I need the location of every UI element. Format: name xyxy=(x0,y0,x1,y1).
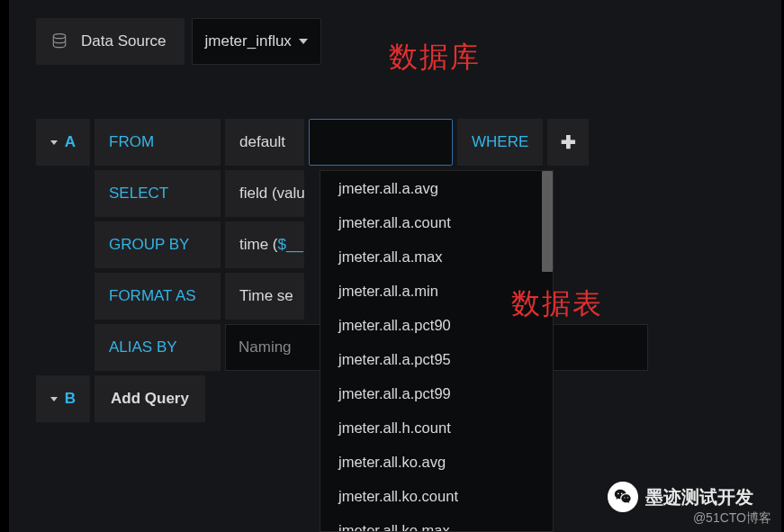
dropdown-item[interactable]: jmeter.all.a.max xyxy=(320,239,553,274)
from-keyword: FROM xyxy=(95,119,221,166)
dropdown-item[interactable]: jmeter.all.a.pct95 xyxy=(320,342,553,376)
caret-down-icon xyxy=(50,397,58,401)
query-letter-b: B xyxy=(65,390,76,408)
dropdown-item[interactable]: jmeter.all.a.count xyxy=(320,205,553,239)
where-keyword[interactable]: WHERE xyxy=(457,119,543,166)
dropdown-item[interactable]: jmeter.all.h.count xyxy=(320,410,553,445)
formatas-value-segment[interactable]: Time se xyxy=(225,273,304,320)
select-keyword: SELECT xyxy=(95,170,221,217)
dropdown-item[interactable]: jmeter.all.a.pct99 xyxy=(320,376,553,410)
caret-down-icon xyxy=(299,39,308,44)
dropdown-item[interactable]: jmeter.all.a.pct90 xyxy=(320,308,553,342)
datasource-label-box: Data Source xyxy=(36,18,185,65)
select-field-segment[interactable]: field (valu xyxy=(225,170,304,217)
from-policy-segment[interactable]: default xyxy=(225,119,304,166)
query-a-toggle[interactable]: A xyxy=(36,119,90,166)
svg-point-0 xyxy=(53,34,65,39)
dropdown-item[interactable]: jmeter.all.ko.max xyxy=(320,513,553,532)
measurement-input[interactable] xyxy=(309,119,453,166)
groupby-time-segment[interactable]: time ($__ xyxy=(225,221,304,268)
formatas-keyword: FORMAT AS xyxy=(95,273,221,320)
query-b-toggle[interactable]: B xyxy=(36,375,90,422)
wechat-badge: 墨迹测试开发 xyxy=(608,482,753,512)
measurement-dropdown[interactable]: jmeter.all.a.avgjmeter.all.a.countjmeter… xyxy=(320,170,554,532)
datasource-label: Data Source xyxy=(81,32,167,50)
datasource-selected-value: jmeter_influx xyxy=(205,32,292,50)
aliasby-keyword: ALIAS BY xyxy=(95,324,221,371)
dropdown-item[interactable]: jmeter.all.ko.avg xyxy=(320,445,553,479)
dropdown-scrollbar[interactable] xyxy=(542,171,553,272)
datasource-select[interactable]: jmeter_influx xyxy=(192,18,321,65)
add-query-button[interactable]: Add Query xyxy=(95,375,205,422)
wechat-icon xyxy=(608,482,638,512)
groupby-keyword: GROUP BY xyxy=(95,221,221,268)
wechat-text: 墨迹测试开发 xyxy=(645,485,753,509)
dropdown-item[interactable]: jmeter.all.a.avg xyxy=(320,171,553,205)
where-add-button[interactable]: ✚ xyxy=(547,119,589,166)
watermark-text: @51CTO博客 xyxy=(693,510,771,527)
dropdown-item[interactable]: jmeter.all.a.min xyxy=(320,274,553,308)
database-icon xyxy=(50,32,68,50)
caret-down-icon xyxy=(50,140,58,145)
datasource-row: Data Source jmeter_influx xyxy=(36,18,781,65)
plus-icon: ✚ xyxy=(561,131,576,153)
dropdown-item[interactable]: jmeter.all.ko.count xyxy=(320,479,553,513)
query-letter-a: A xyxy=(65,133,76,151)
query-a-from-row: A FROM default WHERE ✚ xyxy=(36,119,781,166)
